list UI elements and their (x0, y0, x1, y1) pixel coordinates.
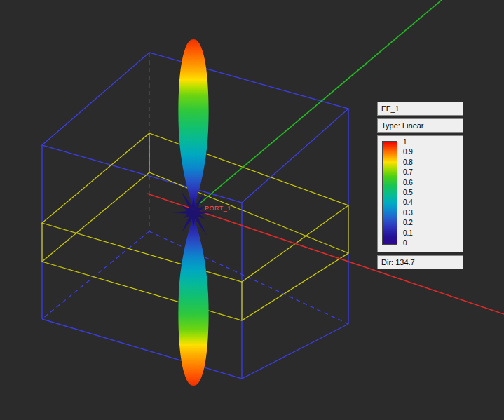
colorbar-tick: 0.4 (403, 199, 413, 206)
colorbar-tick: 0.7 (403, 169, 413, 176)
legend-title: FF_1 (377, 102, 463, 116)
colorbar-tick: 0.2 (403, 219, 413, 226)
colorbar-tick: 0.6 (403, 179, 413, 187)
colorbar-tick: 0.3 (403, 210, 413, 217)
legend-type: Type: Linear (377, 118, 463, 133)
legend-colorbar: 1 0.9 0.8 0.7 0.6 0.5 0.4 0.3 0.2 0.1 0 (377, 135, 463, 252)
results-legend: FF_1 Type: Linear 1 0.9 0.8 0.7 0.6 0.5 … (377, 102, 463, 269)
3d-viewport[interactable]: PORT_1 FF_1 Type: Linear 1 0.9 0.8 0.7 0… (0, 0, 504, 420)
colorbar-tick: 0.8 (403, 159, 413, 166)
colorbar-tick: 0.9 (403, 149, 413, 156)
colorbar-tick: 0 (403, 240, 413, 247)
colorbar-ticks: 1 0.9 0.8 0.7 0.6 0.5 0.4 0.3 0.2 0.1 0 (403, 139, 413, 247)
farfield-upper-lobe (178, 39, 208, 209)
colorbar-tick: 1 (403, 139, 413, 146)
farfield-lower-lobe (178, 216, 208, 386)
port-label: PORT_1 (205, 205, 231, 212)
legend-directivity: Dir: 134.7 (377, 255, 463, 269)
colorbar-gradient (382, 141, 397, 245)
colorbar-tick: 0.5 (403, 189, 413, 196)
colorbar-tick: 0.1 (403, 230, 413, 237)
